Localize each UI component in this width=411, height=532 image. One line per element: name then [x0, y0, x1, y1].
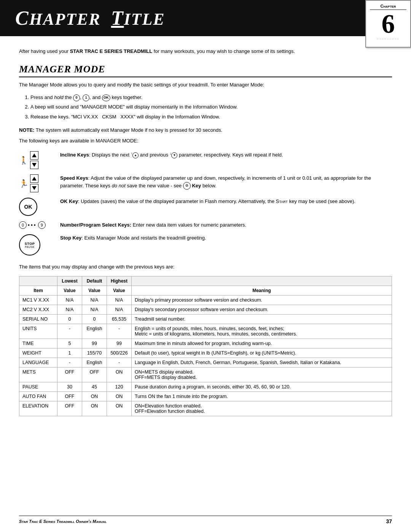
- chapter-tab-squiggle: ~~~~~~~~~: [370, 37, 406, 41]
- language-highest: -: [107, 358, 132, 367]
- triangle-icons-speed: [30, 174, 38, 192]
- steps-list: Press and hold the 0, 1, and OK keys tog…: [30, 93, 392, 121]
- item-pause: PAUSE: [19, 382, 57, 391]
- footer-page: 37: [386, 518, 392, 524]
- language-meaning: Language in English, Dutch, French, Germ…: [132, 358, 392, 367]
- dots-icon: •••: [28, 222, 37, 228]
- time-meaning: Maximum time in minuts allowed for progr…: [132, 339, 392, 348]
- step-2: A beep will sound and "MANAGER MODE" wil…: [30, 102, 392, 111]
- speed-triangle-up-box: [30, 174, 38, 183]
- pause-highest: 120: [107, 382, 132, 391]
- time-default: 99: [82, 339, 107, 348]
- serial-default: 0: [82, 314, 107, 324]
- stop-key-row: STOP PAUSE Stop Key: Exits Manager Mode …: [19, 234, 392, 256]
- speed-key-icon: 🏃: [19, 174, 53, 192]
- autofan-highest: ON: [107, 391, 132, 401]
- time-highest: 99: [107, 339, 132, 348]
- weight-highest: 500/226: [107, 348, 132, 358]
- note-text: NOTE: The system will automatically exit…: [19, 126, 392, 134]
- col-default-header: Default: [82, 276, 107, 286]
- item-mc1: MC1 V X.XX: [19, 295, 57, 305]
- ok-key-row: OK OK Key: Updates (saves) the value of …: [19, 198, 392, 216]
- units-meaning: English = units of pounds, miles, hours,…: [132, 324, 392, 339]
- footer-title: Star Trac E Series Treadmill Owner's Man…: [19, 519, 107, 524]
- nine-circle-icon: 9: [38, 221, 46, 229]
- serial-lowest: 0: [57, 314, 82, 324]
- triangle-up-box: [30, 151, 38, 160]
- units-default: English: [82, 324, 107, 339]
- col-highest-header: Highest: [107, 276, 132, 286]
- serial-highest: 65,535: [107, 314, 132, 324]
- number-key-icon: 0 ••• 9: [19, 221, 53, 229]
- serial-meaning: Treadmill serial number.: [132, 314, 392, 324]
- elevation-default: ON: [82, 401, 107, 416]
- chapter-header: CHAPTER TITLE: [0, 0, 411, 36]
- stop-key-icon: STOP PAUSE: [19, 234, 53, 256]
- mc2-default: N/A: [82, 305, 107, 314]
- elevation-highest: ON: [107, 401, 132, 416]
- item-autofan: AUTO FAN: [19, 391, 57, 401]
- col-item-header: [19, 276, 57, 286]
- pause-text: PAUSE: [25, 246, 35, 248]
- col-default-label: Value: [82, 286, 107, 295]
- speed-key-row: 🏃 Speed Keys: Adjust the value of the di…: [19, 174, 392, 192]
- speed-key-description: Speed Keys: Adjust the value of the disp…: [60, 174, 392, 190]
- person-speed-icon: 🏃: [19, 179, 29, 188]
- col-meaning-label: Meaning: [132, 286, 392, 295]
- chapter-tab: Chapter 6 ~~~~~~~~~: [365, 0, 411, 48]
- triangle-icons-incline: [30, 151, 38, 169]
- mc1-meaning: Display's primary processor software ver…: [132, 295, 392, 305]
- speed-triangle-down-box: [30, 184, 38, 192]
- pause-lowest: 30: [57, 382, 82, 391]
- mc2-highest: N/A: [107, 305, 132, 314]
- elevation-lowest: OFF: [57, 401, 82, 416]
- stop-text: STOP: [25, 242, 35, 246]
- mc1-default: N/A: [82, 295, 107, 305]
- settings-table: Lowest Default Highest Item Value Value …: [19, 276, 392, 416]
- stop-key-description: Stop Key: Exits Manager Mode and restart…: [60, 234, 392, 242]
- table-header-row-2: Item Value Value Value Meaning: [19, 286, 392, 295]
- mets-meaning: ON=METS display enabled.OFF=METS display…: [132, 367, 392, 382]
- main-content: After having used your STAR TRAC E SERIE…: [0, 36, 411, 435]
- speed-triangle-up-icon: [32, 177, 37, 181]
- triangle-down-box: [30, 161, 38, 169]
- pause-default: 45: [82, 382, 107, 391]
- autofan-default: ON: [82, 391, 107, 401]
- intro-paragraph: After having used your STAR TRAC E SERIE…: [19, 48, 392, 55]
- speed-triangle-down-icon: [32, 186, 37, 190]
- chapter-tab-number: 6: [370, 11, 406, 37]
- item-language: LANGUAGE: [19, 358, 57, 367]
- col-lowest-label: Value: [57, 286, 82, 295]
- manager-mode-title: Manager Mode: [19, 64, 392, 77]
- incline-key-row: 🚶 Incline Keys: Displays the next ↑▲ and…: [19, 151, 392, 169]
- table-row: METS OFF OFF ON ON=METS display enabled.…: [19, 367, 392, 382]
- mc2-meaning: Display's secondary processor software v…: [132, 305, 392, 314]
- units-lowest: -: [57, 324, 82, 339]
- weight-lowest: 1: [57, 348, 82, 358]
- ok-circle-icon: OK: [19, 198, 37, 216]
- weight-default: 155/70: [82, 348, 107, 358]
- autofan-meaning: Turns ON the fan 1 minute into the progr…: [132, 391, 392, 401]
- table-row: UNITS - English - English = units of pou…: [19, 324, 392, 339]
- zero-circle-icon: 0: [19, 221, 27, 229]
- item-elevation: ELEVATION: [19, 401, 57, 416]
- manager-mode-description: The Manager Mode allows you to query and…: [19, 81, 392, 89]
- table-row: MC1 V X.XX N/A N/A N/A Display's primary…: [19, 295, 392, 305]
- mets-default: OFF: [82, 367, 107, 382]
- ok-key-icon: OK: [19, 198, 53, 216]
- incline-key-icon: 🚶: [19, 151, 53, 169]
- weight-meaning: Default (to user), typical weight in lb …: [132, 348, 392, 358]
- number-key-description: Number/Program Select Keys: Enter new da…: [60, 221, 392, 229]
- elevation-meaning: ON=Elevation function enabled.OFF=Elevat…: [132, 401, 392, 416]
- table-header-row-1: Lowest Default Highest: [19, 276, 392, 286]
- following-text: The following keys are available in MANA…: [19, 137, 392, 145]
- item-serial: SERIAL NO: [19, 314, 57, 324]
- units-highest: -: [107, 324, 132, 339]
- table-row: AUTO FAN OFF ON ON Turns ON the fan 1 mi…: [19, 391, 392, 401]
- incline-key-description: Incline Keys: Displays the next ↑▲ and p…: [60, 151, 392, 159]
- col-highest-label: Value: [107, 286, 132, 295]
- chapter-title: CHAPTER TITLE: [15, 7, 165, 29]
- col-lowest-header: Lowest: [57, 276, 82, 286]
- triangle-up-icon: [32, 153, 37, 157]
- col-meaning-header: [132, 276, 392, 286]
